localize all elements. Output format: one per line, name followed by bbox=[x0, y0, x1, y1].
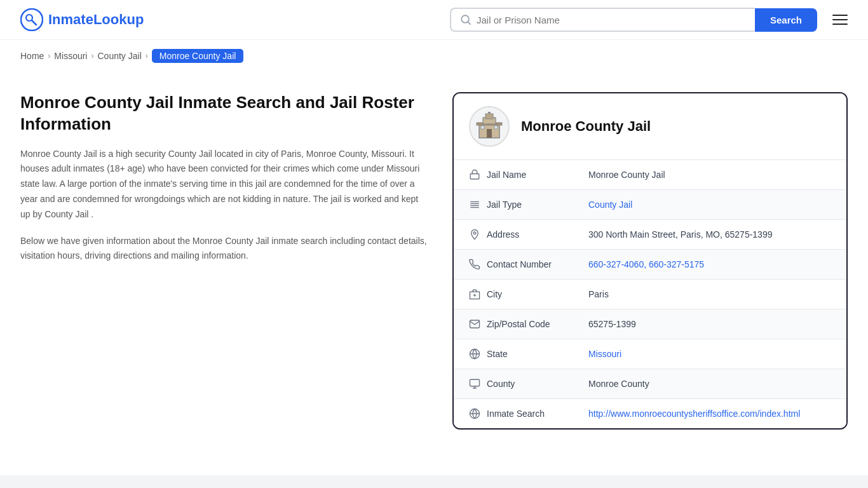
svg-line-2 bbox=[32, 20, 36, 25]
page-title: Monroe County Jail Inmate Search and Jai… bbox=[20, 92, 427, 135]
inmate-search-icon bbox=[469, 408, 487, 419]
row-jail-name: Jail Name Monroe County Jail bbox=[454, 160, 846, 190]
row-city: City Paris bbox=[454, 280, 846, 309]
contact-icon bbox=[469, 259, 487, 270]
breadcrumb-active: Monroe County Jail bbox=[152, 49, 244, 63]
county-label: County bbox=[487, 379, 588, 389]
search-icon bbox=[460, 14, 471, 25]
svg-rect-9 bbox=[487, 129, 492, 138]
jail-name-value: Monroe County Jail bbox=[588, 170, 831, 180]
jail-type-link[interactable]: County Jail bbox=[588, 200, 632, 210]
chevron-icon-2: › bbox=[91, 51, 93, 60]
breadcrumb-home[interactable]: Home bbox=[20, 51, 44, 61]
row-state: State Missouri bbox=[454, 339, 846, 369]
state-icon bbox=[469, 348, 487, 360]
info-card: Monroe County Jail Jail Name Monroe Coun… bbox=[452, 92, 848, 430]
row-contact: Contact Number 660-327-4060, 660-327-517… bbox=[454, 250, 846, 280]
address-label: Address bbox=[487, 229, 588, 240]
jail-type-value: County Jail bbox=[588, 200, 831, 210]
hamburger-line-3 bbox=[832, 24, 848, 25]
address-icon bbox=[469, 229, 487, 240]
logo-text: InmateLookup bbox=[48, 11, 144, 28]
jail-name-icon bbox=[469, 169, 487, 180]
row-zip: Zip/Postal Code 65275-1399 bbox=[454, 309, 846, 339]
city-label: City bbox=[487, 289, 588, 299]
contact-value: 660-327-4060, 660-327-5175 bbox=[588, 259, 831, 269]
city-icon bbox=[469, 288, 487, 300]
address-value: 300 North Main Street, Paris, MO, 65275-… bbox=[588, 229, 831, 240]
building-icon bbox=[474, 111, 505, 142]
inmate-search-link[interactable]: http://www.monroecountysheriffsoffice.co… bbox=[588, 409, 800, 419]
state-link[interactable]: Missouri bbox=[588, 349, 621, 359]
svg-rect-13 bbox=[488, 112, 491, 113]
right-column: Monroe County Jail Jail Name Monroe Coun… bbox=[452, 92, 848, 430]
county-icon bbox=[469, 378, 487, 390]
search-wrapper bbox=[450, 8, 755, 32]
header: InmateLookup Search bbox=[0, 0, 868, 40]
chevron-icon-3: › bbox=[146, 51, 148, 60]
page-description-1: Monroe County Jail is a high security Co… bbox=[20, 147, 427, 222]
jail-name-label: Jail Name bbox=[487, 170, 588, 180]
row-county: County Monroe County bbox=[454, 369, 846, 399]
card-header: Monroe County Jail bbox=[454, 93, 846, 160]
logo-icon bbox=[20, 8, 43, 31]
hamburger-line-2 bbox=[832, 19, 848, 20]
breadcrumb-county-jail[interactable]: County Jail bbox=[97, 51, 141, 61]
hamburger-menu[interactable] bbox=[832, 15, 848, 25]
row-jail-type: Jail Type County Jail bbox=[454, 190, 846, 220]
zip-icon bbox=[469, 318, 487, 330]
left-column: Monroe County Jail Inmate Search and Jai… bbox=[20, 92, 427, 275]
card-title: Monroe County Jail bbox=[521, 118, 651, 135]
jail-type-label: Jail Type bbox=[487, 200, 588, 210]
svg-rect-25 bbox=[470, 379, 480, 386]
svg-line-4 bbox=[468, 22, 470, 24]
contact-link[interactable]: 660-327-4060, 660-327-5175 bbox=[588, 259, 704, 269]
breadcrumb: Home › Missouri › County Jail › Monroe C… bbox=[0, 40, 868, 72]
svg-rect-8 bbox=[485, 114, 493, 119]
main-content: Monroe County Jail Inmate Search and Jai… bbox=[0, 72, 868, 450]
row-inmate-search: Inmate Search http://www.monroecountyshe… bbox=[454, 399, 846, 428]
breadcrumb-missouri[interactable]: Missouri bbox=[54, 51, 87, 61]
row-address: Address 300 North Main Street, Paris, MO… bbox=[454, 220, 846, 250]
inmate-search-value: http://www.monroecountysheriffsoffice.co… bbox=[588, 409, 831, 419]
zip-label: Zip/Postal Code bbox=[487, 319, 588, 329]
search-area: Search bbox=[450, 8, 848, 32]
svg-rect-10 bbox=[481, 126, 484, 129]
search-button[interactable]: Search bbox=[755, 8, 817, 32]
city-value: Paris bbox=[588, 289, 831, 299]
state-value: Missouri bbox=[588, 349, 831, 359]
jail-type-icon bbox=[469, 199, 487, 210]
svg-rect-14 bbox=[470, 174, 479, 179]
jail-avatar bbox=[469, 106, 510, 147]
logo[interactable]: InmateLookup bbox=[20, 8, 144, 31]
svg-rect-11 bbox=[494, 126, 498, 129]
contact-label: Contact Number bbox=[487, 259, 588, 269]
state-label: State bbox=[487, 349, 588, 359]
svg-point-19 bbox=[473, 232, 476, 234]
page-description-2: Below we have given information about th… bbox=[20, 234, 427, 264]
zip-value: 65275-1399 bbox=[588, 319, 831, 329]
chevron-icon-1: › bbox=[48, 51, 50, 60]
footer bbox=[0, 475, 868, 488]
county-value: Monroe County bbox=[588, 379, 831, 389]
inmate-search-label: Inmate Search bbox=[487, 409, 588, 419]
search-input[interactable] bbox=[477, 15, 746, 25]
hamburger-line-1 bbox=[832, 15, 848, 16]
